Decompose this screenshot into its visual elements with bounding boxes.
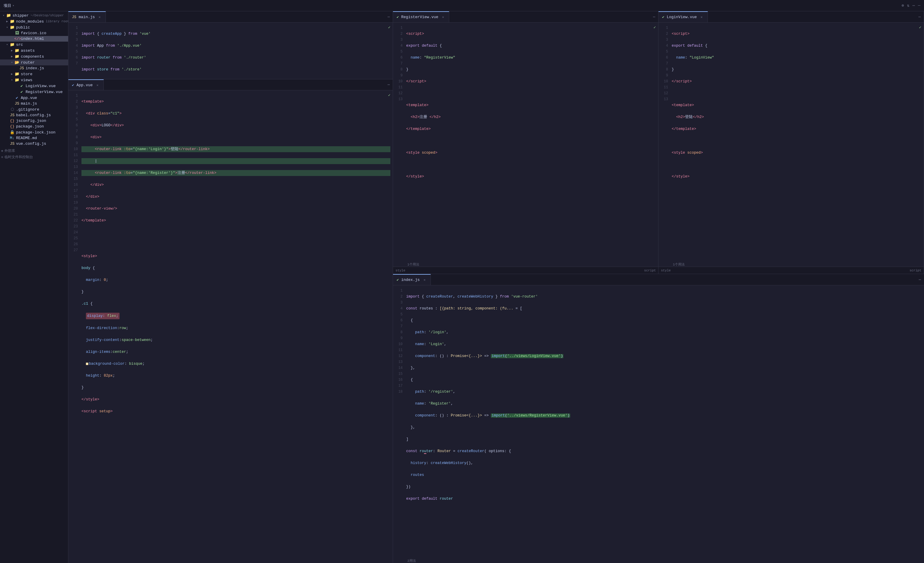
sidebar-item-register-view[interactable]: ✔ RegisterView.vue [0,89,68,95]
folder-icon: 📁 [9,25,15,30]
sidebar-item-vue-config[interactable]: JS vue.config.js [0,141,68,147]
code-i-9: path: '/register', [406,389,922,395]
folder-icon: 📁 [14,54,20,59]
sidebar-item-login-view[interactable]: ✔ LoginView.vue [0,83,68,89]
code-line-app-8: </div> [81,182,390,188]
code-l-2: export default { [672,43,921,49]
code-i-8: { [406,377,922,383]
sidebar-item-store[interactable]: ▶ 📁 store [0,71,68,77]
code-app-vue[interactable]: <template> <div class="c1"> <div>LOGO</d… [80,90,393,563]
sidebar-item-external-libs[interactable]: ⊕ 外部库 [0,148,68,154]
code-register[interactable]: <script> export default { name: "Registe… [405,22,658,262]
arrow-icon: ▶ [9,72,14,76]
sidebar-item-views[interactable]: ▾ 📁 views [0,77,68,83]
code-line-app-24: height: 82px; [81,373,390,379]
sync-icon[interactable]: ⊕ [902,3,904,8]
line-numbers-index: 12345 678910 1112131415 161718 [393,285,405,558]
line-numbers-main-js: 1 2 3 4 5 6 7 [68,22,80,79]
sidebar-item-babel[interactable]: JS babel.config.js [0,112,68,118]
code-r-13: </style> [406,174,656,180]
right-top-panes: ✔ RegisterView.vue ✕ ⋯ 12345 678910 [393,11,924,274]
tab-menu-button[interactable]: ⋯ [384,11,393,22]
sidebar-item-node-modules[interactable]: ▶ 📁 node_modules library root [0,18,68,24]
project-label[interactable]: 项目 ▾ [4,3,14,8]
code-login[interactable]: <script> export default { name: "LoginVi… [670,22,924,262]
sidebar-item-index-html[interactable]: </> index.html [0,36,68,42]
app-vue-content[interactable]: 12345 678910 1112131415 1617181920 21222… [68,90,393,563]
right-editor-split: ✔ RegisterView.vue ✕ ⋯ 12345 678910 [393,11,924,563]
close-tab-index[interactable]: ✕ [422,278,427,282]
main-js-content[interactable]: 1 2 3 4 5 6 7 import { createApp } from … [68,22,393,79]
code-line-app-6: | [81,158,390,164]
register-view-content[interactable]: 12345 678910 111213 <script> export defa… [393,22,658,262]
close-tab-app-vue[interactable]: ✕ [95,82,100,87]
sidebar-item-package-lock[interactable]: 🔒 package-lock.json [0,129,68,135]
branch-icon[interactable]: ⇅ [907,3,909,8]
login-view-content[interactable]: 12345 678910 111213 <script> export defa… [658,22,924,262]
tab-register-view[interactable]: ✔ RegisterView.vue ✕ [393,11,449,22]
minimize-icon[interactable]: — [918,3,920,8]
tab-app-vue[interactable]: ✔ App.vue ✕ [68,79,104,90]
code-i-14: const router: Router = createRouter( opt… [406,448,922,454]
sidebar-item-src[interactable]: ▾ 📁 src [0,42,68,48]
json-icon: {} [9,124,15,129]
arrow-icon: ▾ [5,43,9,46]
code-line-4: import store from './store' [81,67,390,72]
vue-icon: ✔ [14,96,20,100]
line-numbers-app-vue: 12345 678910 1112131415 1617181920 21222… [68,90,80,563]
code-main-js[interactable]: import { createApp } from 'vue' import A… [80,22,393,79]
code-line-app-21: justify-content:space-between; [81,337,390,343]
arrow-icon: ▶ [9,55,14,58]
sidebar-item-assets[interactable]: ▶ 📁 assets [0,48,68,54]
index-js-tab-bar: ✔ index.js ✕ ⋯ [393,274,924,285]
code-line-5 [81,78,390,79]
more-icon[interactable]: ⋯ [912,3,915,8]
tab-main-js[interactable]: JS main.js ✕ [68,11,106,22]
close-tab-main-js[interactable]: ✕ [97,15,102,19]
style-label: style [395,269,405,272]
code-l-1: <script> [672,31,921,37]
tab-login-view[interactable]: ✔ LoginView.vue ✕ [658,11,708,22]
sidebar-item-public[interactable]: ▾ 📁 public [0,24,68,30]
code-r-9: </template> [406,126,656,132]
tab-menu-login[interactable]: ⋯ [915,11,924,22]
folder-icon: 📁 [6,13,11,18]
js-icon: JS [14,101,20,106]
index-js-content[interactable]: 12345 678910 1112131415 161718 import { … [393,285,924,558]
sidebar-item-components[interactable]: ▶ 📁 components [0,54,68,60]
code-line-app-22: align-items:center; [81,349,390,355]
arrow-icon: ▾ [9,78,14,82]
code-line-app-18: .c1 { [81,301,390,307]
tab-menu-button-app[interactable]: ⋯ [384,79,393,90]
tab-menu-index[interactable]: ⋯ [916,274,924,285]
sidebar-item-router[interactable]: ▾ 📂 router [0,60,68,65]
script-label-login: script [909,269,921,272]
script-label: script [644,269,656,272]
code-line-app-5: <router-link :to="{name:'Login'}">登陆</ro… [81,146,390,152]
sidebar-item-readme[interactable]: M↓ README.md [0,135,68,141]
sidebar-item-router-index[interactable]: JS index.js [0,65,68,71]
sidebar-item-favicon[interactable]: 🖼 favicon.ico [0,30,68,36]
sidebar-item-main-js[interactable]: JS main.js [0,101,68,106]
sidebar-item-scratch[interactable]: ≡ 临时文件和控制台 [0,154,68,160]
code-r-8: <h2>注册 </h2> [406,114,656,120]
tab-menu-register[interactable]: ⋯ [650,11,658,22]
sidebar-item-package-json[interactable]: {} package.json [0,124,68,129]
sidebar-item-jsconfig[interactable]: {} jsconfig.json [0,118,68,124]
arrow-icon: ▶ [5,19,9,23]
code-i-7: }, [406,365,922,371]
arrow-icon: ▶ [9,49,14,52]
sidebar-item-app-vue[interactable]: ✔ App.vue [0,95,68,101]
sidebar-item-shipper[interactable]: ▾ 📁 shipper ~/Desktop/shipper [0,12,68,18]
close-tab-login[interactable]: ✕ [699,15,704,19]
index-js-pane: ✔ index.js ✕ ⋯ 12345 678910 1112131415 1… [393,274,924,563]
code-l-13: </style> [672,174,921,180]
left-editor-pane: JS main.js ✕ ⋯ 1 2 3 4 5 6 7 [68,11,393,563]
sidebar-item-gitignore[interactable]: ⬡ .gitignore [0,106,68,112]
app-vue-tab-bar: ✔ App.vue ✕ ⋯ [68,79,393,90]
vue-tab-icon: ✔ [397,15,399,19]
code-i-1: import { createRouter, createWebHistory … [406,294,922,299]
tab-index-js[interactable]: ✔ index.js ✕ [393,274,431,285]
code-index-js[interactable]: import { createRouter, createWebHistory … [405,285,924,558]
close-tab-register[interactable]: ✕ [441,15,446,19]
